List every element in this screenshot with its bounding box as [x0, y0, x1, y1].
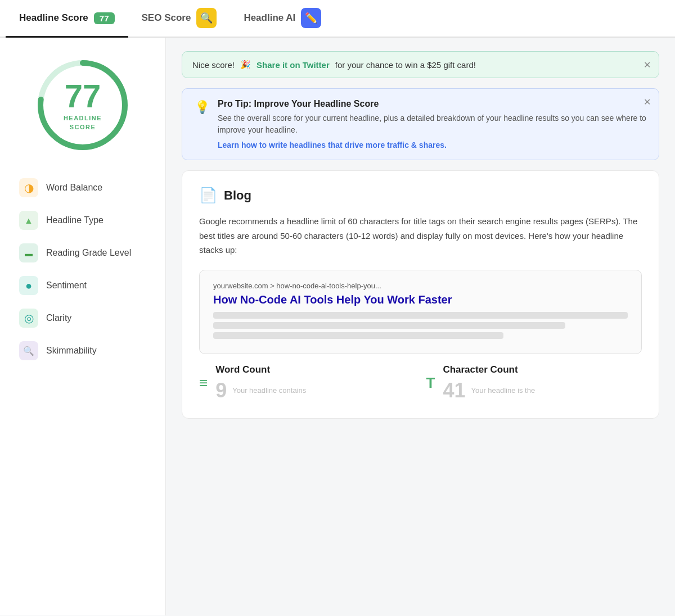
- score-value: 77: [64, 80, 102, 112]
- twitter-alert-text-before: Nice score!: [192, 60, 235, 70]
- character-count-number: 41: [443, 379, 465, 402]
- tab-seo-score-label: SEO Score: [142, 12, 191, 24]
- character-count-sub: 41 Your headline is the: [443, 379, 535, 402]
- tab-headline-score[interactable]: Headline Score 77: [6, 0, 128, 38]
- pro-tip-title: Pro Tip: Improve Your Headline Score: [218, 99, 646, 109]
- character-count-desc: Your headline is the: [471, 386, 535, 395]
- twitter-alert-text-after: for your chance to win a $25 gift card!: [335, 60, 476, 70]
- headline-score-badge: 77: [94, 12, 115, 24]
- twitter-alert-emoji: 🎉: [240, 60, 251, 70]
- blog-section-header: 📄 Blog: [199, 187, 642, 204]
- headline-ai-icon: ✏️: [301, 8, 321, 28]
- sentiment-label: Sentiment: [46, 280, 87, 291]
- serp-title[interactable]: How No-Code AI Tools Help You Work Faste…: [213, 293, 628, 306]
- pro-tip-text: See the overall score for your current h…: [218, 112, 646, 136]
- sidebar-item-word-balance[interactable]: Word Balance: [11, 173, 154, 203]
- word-count-content: Word Count 9 Your headline contains: [215, 364, 306, 402]
- pro-tip-header: 💡 Pro Tip: Improve Your Headline Score S…: [195, 99, 646, 150]
- metrics-row: ≡ Word Count 9 Your headline contains T …: [199, 364, 642, 402]
- serp-desc-line-1: [213, 312, 628, 319]
- score-circle-inner: 77 HEADLINE SCORE: [64, 80, 102, 130]
- word-count-icon: ≡: [199, 374, 208, 392]
- twitter-alert: Nice score! 🎉 Share it on Twitter for yo…: [182, 51, 659, 78]
- content-area: Nice score! 🎉 Share it on Twitter for yo…: [166, 38, 675, 615]
- serp-preview: yourwebsite.com > how-no-code-ai-tools-h…: [199, 270, 642, 354]
- reading-grade-label: Reading Grade Level: [46, 248, 131, 258]
- tabs-bar: Headline Score 77 SEO Score 🔍 Headline A…: [0, 0, 675, 38]
- word-count-desc: Your headline contains: [232, 386, 306, 395]
- sidebar-item-skimmability[interactable]: Skimmability: [11, 336, 154, 366]
- sidebar-menu: Word Balance Headline Type Reading Grade…: [11, 173, 154, 366]
- score-label-line2: SCORE: [64, 124, 102, 130]
- blog-body-text: Google recommends a headline limit of 60…: [199, 214, 642, 257]
- skimmability-icon: [19, 341, 38, 360]
- character-count-metric: T Character Count 41 Your headline is th…: [426, 364, 642, 402]
- skimmability-label: Skimmability: [46, 346, 97, 356]
- word-count-number: 9: [215, 379, 227, 402]
- character-count-icon: T: [426, 374, 435, 392]
- twitter-share-link[interactable]: Share it on Twitter: [256, 60, 330, 70]
- blog-icon: 📄: [199, 187, 217, 204]
- sidebar-item-sentiment[interactable]: Sentiment: [11, 270, 154, 301]
- word-count-title: Word Count: [215, 364, 306, 375]
- word-balance-label: Word Balance: [46, 183, 102, 193]
- tab-headline-ai-label: Headline AI: [244, 12, 295, 24]
- tab-headline-score-label: Headline Score: [19, 12, 88, 24]
- score-label-line1: HEADLINE: [64, 115, 102, 121]
- sidebar-item-reading-grade[interactable]: Reading Grade Level: [11, 238, 154, 268]
- pro-tip-close[interactable]: ✕: [644, 97, 651, 107]
- pro-tip-alert: 💡 Pro Tip: Improve Your Headline Score S…: [182, 88, 659, 160]
- serp-desc-line-2: [213, 322, 565, 329]
- main-layout: 77 HEADLINE SCORE Word Balance Headline …: [0, 38, 675, 615]
- word-balance-icon: [19, 178, 38, 197]
- serp-description: [213, 312, 628, 339]
- blog-title: Blog: [224, 188, 251, 203]
- twitter-alert-close[interactable]: ✕: [644, 60, 651, 70]
- clarity-label: Clarity: [46, 313, 71, 323]
- headline-type-icon: [19, 211, 38, 230]
- pro-tip-body: Pro Tip: Improve Your Headline Score See…: [218, 99, 646, 150]
- lightbulb-icon: 💡: [195, 100, 210, 115]
- word-count-sub: 9 Your headline contains: [215, 379, 306, 402]
- sidebar-item-clarity[interactable]: Clarity: [11, 303, 154, 333]
- seo-score-icon: 🔍: [196, 8, 217, 28]
- tab-headline-ai[interactable]: Headline AI ✏️: [230, 0, 335, 38]
- sidebar-item-headline-type[interactable]: Headline Type: [11, 205, 154, 235]
- serp-desc-line-3: [213, 332, 503, 339]
- sentiment-icon: [19, 276, 38, 295]
- pro-tip-link[interactable]: Learn how to write headlines that drive …: [218, 141, 646, 150]
- score-circle: 77 HEADLINE SCORE: [32, 55, 133, 156]
- clarity-icon: [19, 309, 38, 328]
- sidebar: 77 HEADLINE SCORE Word Balance Headline …: [0, 38, 166, 615]
- headline-type-label: Headline Type: [46, 215, 104, 225]
- character-count-title: Character Count: [443, 364, 535, 375]
- reading-grade-icon: [19, 243, 38, 262]
- character-count-content: Character Count 41 Your headline is the: [443, 364, 535, 402]
- blog-card: 📄 Blog Google recommends a headline limi…: [182, 170, 659, 419]
- tab-seo-score[interactable]: SEO Score 🔍: [128, 0, 231, 38]
- serp-url: yourwebsite.com > how-no-code-ai-tools-h…: [213, 282, 628, 290]
- word-count-metric: ≡ Word Count 9 Your headline contains: [199, 364, 415, 402]
